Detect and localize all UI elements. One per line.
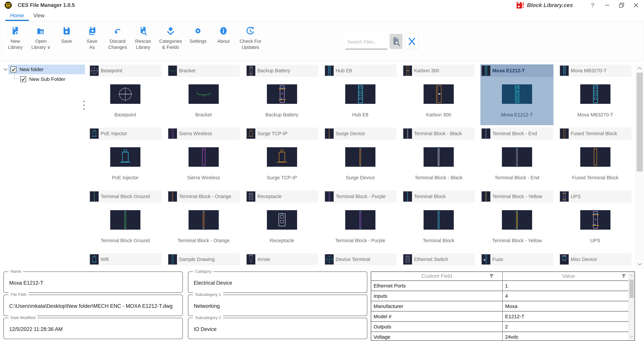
cad-preview-drawing (325, 66, 334, 76)
cad-preview-drawing (246, 192, 255, 202)
table-row[interactable]: Ethernet Ports1 (371, 281, 634, 291)
scrollbar-thumb[interactable] (636, 73, 643, 172)
restore-button[interactable] (617, 1, 626, 9)
block-tile-arrow[interactable]: ArrowArrow (246, 253, 318, 268)
ribbon-button-check-updates[interactable]: Check For Updates (236, 26, 264, 50)
help-button[interactable]: ? (588, 1, 597, 9)
block-tile-misc-device[interactable]: Misc DeviceMisc Device (559, 253, 632, 268)
block-tile-terminal-block-ground[interactable]: Terminal Block GroundTerminal Block Grou… (89, 190, 162, 251)
custom-field-cell[interactable]: Outputs (371, 322, 503, 332)
field-subcategory-2[interactable]: Subcategory 2IO Device (188, 318, 368, 339)
scrollbar-thumb[interactable] (630, 280, 634, 298)
tree-item-new-folder[interactable]: New folder (0, 64, 85, 74)
block-tile-bracket[interactable]: BracketBracket (167, 64, 240, 125)
block-tile-basepoint[interactable]: BasepointBasepoint (89, 64, 162, 125)
block-tile-terminal-block[interactable]: Terminal BlockTerminal Block (402, 190, 475, 251)
block-tile-poe-injector[interactable]: PoE InjectorPoE Injector (89, 128, 162, 188)
cad-preview-drawing (482, 128, 490, 139)
search-input[interactable] (346, 33, 387, 49)
block-tile-terminal-block-end[interactable]: Terminal Block - EndTerminal Block - End (480, 128, 553, 188)
table-row[interactable]: Model #E1212-T (371, 312, 634, 322)
minimize-button[interactable] (602, 1, 612, 9)
block-tile-fuse[interactable]: FuseFuse (480, 253, 553, 268)
block-tile-receptacle[interactable]: ReceptacleReceptacle (246, 190, 318, 251)
block-tile-karbon-300[interactable]: Karbon 300Karbon 300 (402, 64, 475, 125)
custom-field-cell[interactable]: Model # (371, 312, 503, 321)
field-date-modified[interactable]: Date Modified12/5/2022 11:28:36 AM (3, 318, 183, 339)
ribbon-button-categories-fields[interactable]: Categories & Fields (156, 26, 185, 50)
tree-item-new-sub-folder[interactable]: New Sub Folder (0, 74, 85, 84)
scroll-down-icon[interactable] (635, 261, 644, 268)
field-name[interactable]: NameMoxa E1212-T (3, 272, 183, 293)
table-row[interactable]: Voltage24vdc (371, 332, 634, 341)
block-tile-hub-e8[interactable]: Hub E8Hub E8 (324, 64, 396, 125)
filter-icon[interactable] (489, 274, 494, 278)
value-cell[interactable]: Moxa (503, 302, 634, 311)
scroll-up-icon[interactable] (628, 272, 634, 279)
field-file-path[interactable]: File PathC:\Users\mkata\Desktop\New fold… (3, 294, 183, 316)
grid-scrollbar[interactable] (635, 64, 644, 268)
block-tile-moxa-mb3270-t[interactable]: Moxa MB3270-TMoxa MB3270-T (559, 64, 632, 125)
clear-search-button[interactable] (406, 34, 418, 49)
block-tile-terminal-block-orange[interactable]: Terminal Block - OrangeTerminal Block - … (167, 190, 240, 251)
block-tile-terminal-block-purple[interactable]: Terminal Block - PurpleTerminal Block - … (324, 190, 396, 251)
ribbon-button-rescan-library[interactable]: Rescan Library (130, 26, 156, 50)
close-button[interactable] (631, 1, 641, 9)
search-files-button[interactable] (390, 34, 402, 49)
tab-view[interactable]: View (29, 11, 49, 21)
tree-checkbox[interactable] (20, 76, 26, 82)
ribbon-button-new-library[interactable]: New Library (2, 26, 28, 50)
value-cell[interactable]: 1 (503, 281, 634, 290)
panel-splitter-handle[interactable] (82, 101, 85, 110)
scroll-down-icon[interactable] (628, 334, 634, 340)
table-row[interactable]: ManufacturerMoxa (371, 302, 634, 312)
field-subcategory-1[interactable]: Subcategory 1Networking (188, 294, 368, 316)
block-tile-wifi[interactable]: WifiWifi (89, 253, 162, 268)
ribbon-button-settings[interactable]: Settings (185, 26, 211, 44)
ribbon-button-discard-changes[interactable]: Discard Changes (105, 26, 130, 50)
tile-thumbnail (560, 254, 569, 264)
tile-thumbnail (168, 128, 177, 139)
block-tile-backup-battery[interactable]: Backup BatteryBackup Battery (246, 64, 318, 125)
scroll-up-icon[interactable] (635, 65, 644, 72)
block-tile-sample-drawing[interactable]: Sample DrawingSample Drawing (167, 253, 240, 268)
value-cell[interactable]: 4 (503, 291, 634, 301)
field-category[interactable]: CategoryElectrical Device (188, 272, 368, 293)
block-tile-moxa-e1212-t[interactable]: Moxa E1212-TMoxa E1212-T (480, 64, 553, 125)
column-header-custom-field[interactable]: Custom Field (371, 272, 503, 280)
minimize-icon (604, 2, 610, 8)
filter-icon[interactable] (621, 274, 626, 278)
categories-fields-icon (166, 26, 175, 36)
tab-home[interactable]: Home (5, 11, 29, 21)
custom-field-cell[interactable]: Inputs (371, 291, 503, 301)
value-cell[interactable]: E1212-T (503, 312, 634, 321)
block-tile-surge-tcp-ip[interactable]: Surge TCP-IPSurge TCP-IP (246, 128, 318, 188)
tile-preview (580, 147, 610, 167)
table-row[interactable]: Outputs2 (371, 322, 634, 332)
tile-thumbnail (246, 66, 255, 76)
tree-checkbox[interactable] (10, 66, 16, 72)
tile-header: Device Terminal (324, 253, 396, 266)
block-tile-device-terminal[interactable]: Device TerminalDevice Terminal (324, 253, 396, 268)
tree-expander-icon[interactable] (3, 66, 8, 72)
custom-field-cell[interactable]: Voltage (371, 332, 503, 341)
block-tile-surge-device[interactable]: Surge DeviceSurge Device (324, 128, 396, 188)
ribbon-button-open-library[interactable]: Open Library ∨ (28, 26, 54, 50)
column-header-value[interactable]: Value (503, 272, 634, 280)
table-row[interactable]: Inputs4 (371, 291, 634, 302)
block-tile-sierra-wireless[interactable]: Sierra WirelessSierra Wireless (167, 128, 240, 188)
ribbon-button-save[interactable]: Save (54, 26, 79, 44)
folder-tree: New folderNew Sub Folder (0, 61, 85, 268)
block-tile-ups[interactable]: UPSUPS (559, 190, 632, 251)
ribbon-button-about[interactable]: About (211, 26, 236, 44)
block-tile-terminal-block-yellow[interactable]: Terminal Block - YellowTerminal Block - … (480, 190, 553, 251)
custom-field-cell[interactable]: Manufacturer (371, 302, 503, 311)
block-tile-fused-terminal-block[interactable]: Fused Terminal BlockFused Terminal Block (559, 128, 632, 188)
value-cell[interactable]: 2 (503, 322, 634, 332)
table-scrollbar[interactable] (628, 272, 634, 340)
block-tile-terminal-block-black[interactable]: Terminal Block - BlackTerminal Block - B… (402, 128, 475, 188)
value-cell[interactable]: 24vdc (503, 332, 634, 341)
block-tile-ethernet-switch[interactable]: Ethernet SwitchEthernet Switch (402, 253, 475, 268)
ribbon-button-save-as[interactable]: Save As (79, 26, 105, 50)
custom-field-cell[interactable]: Ethernet Ports (371, 281, 503, 290)
